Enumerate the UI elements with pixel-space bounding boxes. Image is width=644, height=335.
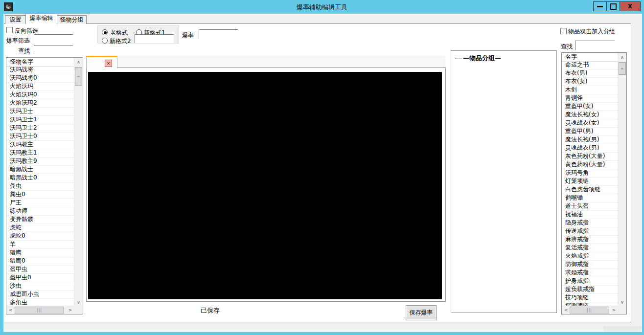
monster-list-item[interactable]: 粪虫	[6, 182, 74, 191]
monster-list-item[interactable]: 猎鹰	[6, 249, 74, 257]
scroll-left-icon[interactable]: <	[6, 306, 15, 313]
monster-list-item[interactable]: 沃玛卫士	[6, 108, 74, 116]
item-list-item[interactable]: 布衣(女)	[562, 78, 618, 86]
item-list-item[interactable]: 防御戒指	[562, 261, 618, 269]
monster-list-item[interactable]: 羊	[6, 241, 74, 249]
item-list-item[interactable]: 道士头盔	[562, 202, 618, 211]
rate-input[interactable]	[199, 29, 238, 39]
rate-filter-input[interactable]	[34, 34, 73, 44]
item-list-item[interactable]: 技巧项链	[562, 294, 618, 302]
item-dblclick-add-checkbox[interactable]	[560, 28, 567, 34]
item-search-input[interactable]	[575, 41, 615, 50]
item-list-item[interactable]: 命运之书	[562, 61, 618, 69]
editor-tab[interactable]: ✕	[86, 56, 117, 68]
item-group-root-node[interactable]: —物品分组—	[455, 54, 501, 63]
item-list-hscrollbar[interactable]: < ||| >	[562, 306, 618, 314]
scroll-right-icon[interactable]: >	[66, 306, 74, 313]
monster-list-item[interactable]: 沃玛教主9	[6, 157, 74, 166]
monster-list-item[interactable]: 沃玛卫士2	[6, 124, 74, 133]
item-list-item[interactable]: 重盔甲(男)	[562, 128, 618, 136]
monster-list-item[interactable]: 猎鹰0	[6, 257, 74, 266]
item-list-item[interactable]: 魔法长袍(女)	[562, 111, 618, 119]
monster-list-item[interactable]: 暗黑战士0	[6, 174, 74, 182]
monster-list-item[interactable]: 沙虫	[6, 282, 74, 290]
scrollbar-corner	[618, 306, 626, 314]
item-list-item[interactable]: 白色虎齿项链	[562, 186, 618, 194]
monster-list-item[interactable]: 盔甲虫	[6, 266, 74, 274]
vscroll-thumb[interactable]: ≡	[619, 62, 626, 75]
item-list-item[interactable]: 沃玛号角	[562, 169, 618, 178]
item-list-item[interactable]: 护身戒指	[562, 277, 618, 286]
monster-list-item[interactable]: 盔甲虫0	[6, 274, 74, 282]
item-list-item[interactable]: 传送戒指	[562, 227, 618, 236]
item-list-item[interactable]: 布衣(男)	[562, 69, 618, 78]
radio-old-format-label[interactable]: 老格式	[110, 29, 128, 37]
droprate-edit-canvas[interactable]	[88, 72, 442, 299]
item-list-item[interactable]: 黄色药粉(大量)	[562, 161, 618, 169]
vscroll-thumb[interactable]: ≡	[75, 67, 82, 86]
item-list-item[interactable]: 魔法长袍(男)	[562, 136, 618, 144]
format-input[interactable]	[135, 34, 174, 43]
scroll-down-icon[interactable]: ∨	[74, 298, 83, 306]
item-list-item[interactable]: 鹤嘴锄	[562, 194, 618, 202]
monster-list-item[interactable]: 沃玛卫士0	[6, 133, 74, 141]
item-list-item[interactable]: 灯笼项链	[562, 178, 618, 186]
monster-search-input[interactable]	[34, 45, 73, 54]
item-list-item[interactable]: 麻痹戒指	[562, 236, 618, 244]
scroll-up-icon[interactable]: ∧	[618, 53, 626, 61]
item-list-item[interactable]: 火焰戒指	[562, 252, 618, 261]
monster-list-item[interactable]: 尸王	[6, 199, 74, 207]
close-button[interactable]: X	[620, 1, 641, 11]
hscroll-thumb[interactable]: |||	[570, 307, 609, 313]
monster-list-item[interactable]: 虎蛇	[6, 224, 74, 232]
scroll-right-icon[interactable]: >	[610, 306, 618, 313]
scroll-left-icon[interactable]: <	[562, 306, 570, 313]
monster-list-item[interactable]: 粪虫0	[6, 191, 74, 199]
radio-old-format[interactable]	[102, 29, 108, 35]
item-list-item[interactable]: 求婚戒指	[562, 269, 618, 277]
radio-new-format-2[interactable]	[102, 38, 108, 44]
item-list-item[interactable]: 复活戒指	[562, 244, 618, 252]
scroll-down-icon[interactable]: ∨	[618, 298, 626, 306]
item-list-item[interactable]: 超负载戒指	[562, 286, 618, 294]
item-list-item[interactable]: 木剑	[562, 86, 618, 94]
scroll-up-icon[interactable]: ∧	[74, 58, 83, 66]
monster-list-item[interactable]: 沃玛教主	[6, 141, 74, 149]
item-list-item[interactable]: 祝福油	[562, 211, 618, 219]
save-droprate-button[interactable]: 保存爆率	[406, 305, 437, 320]
monster-list-item[interactable]: 威思而小虫	[6, 290, 74, 299]
monster-list-item[interactable]: 变异骷髅	[6, 216, 74, 224]
monster-list-item[interactable]: 多角虫	[6, 299, 74, 306]
monster-list-item[interactable]: 练功师	[6, 207, 74, 216]
monster-list-vscrollbar[interactable]: ∧ ≡ ∨	[74, 58, 83, 306]
hscroll-thumb[interactable]: |||	[15, 307, 64, 313]
item-list-item[interactable]: 灵魂战衣(男)	[562, 144, 618, 153]
monster-list-item[interactable]: 沃玛卫士1	[6, 116, 74, 124]
monster-list-item[interactable]: 火焰沃玛2	[6, 99, 74, 108]
monster-list-header[interactable]: 怪物名字	[6, 58, 78, 67]
monster-list-item[interactable]: 沃玛战将	[6, 66, 74, 74]
item-list-item[interactable]: 灵魂战衣(女)	[562, 119, 618, 128]
tab-close-button[interactable]: ✕	[105, 60, 112, 67]
item-list-item[interactable]: 隐身戒指	[562, 219, 618, 227]
minimize-button[interactable]	[593, 1, 607, 11]
item-list-item[interactable]: 青铜斧	[562, 94, 618, 103]
monster-list-item[interactable]: 暗黑战士	[6, 166, 74, 174]
monster-list-item[interactable]: 火焰沃玛	[6, 83, 74, 91]
monster-list-hscrollbar[interactable]: < ||| >	[6, 306, 74, 314]
monster-list-item[interactable]: 虎蛇0	[6, 232, 74, 241]
monster-list-item[interactable]: 沃玛战将0	[6, 74, 74, 83]
radio-new-format-2-label[interactable]: 新格式2	[110, 37, 131, 45]
reverse-filter-checkbox[interactable]	[6, 27, 13, 33]
item-list-item[interactable]: 灰色药粉(大量)	[562, 153, 618, 161]
tab-droprate-edit[interactable]: 爆率编辑	[25, 14, 57, 24]
monster-list-item[interactable]: 沃玛教主1	[6, 149, 74, 157]
tab-monster-group[interactable]: 怪物分组	[57, 15, 87, 24]
monster-list-item[interactable]: 火焰沃玛0	[6, 91, 74, 99]
maximize-button[interactable]	[606, 1, 620, 11]
item-list-item[interactable]: 重盔甲(女)	[562, 103, 618, 111]
item-list-header[interactable]: 名字	[562, 53, 622, 62]
resize-grip-area[interactable]	[603, 326, 642, 332]
item-list-vscrollbar[interactable]: ∧ ≡ ∨	[618, 53, 626, 306]
tab-settings[interactable]: 设置	[5, 15, 26, 24]
